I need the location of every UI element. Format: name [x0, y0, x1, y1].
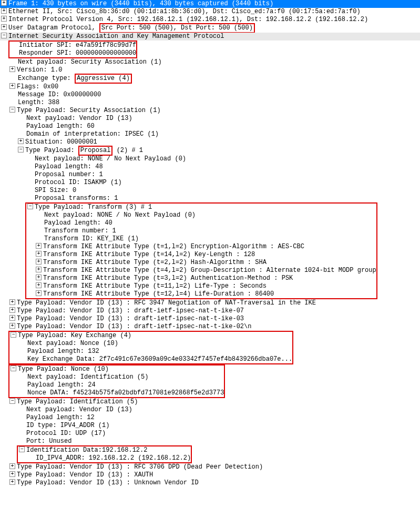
proposal-row[interactable]: −Type Payload: Proposal (2) # 1 [0, 146, 420, 155]
prop-trans-row[interactable]: Proposal transforms: 1 [0, 195, 420, 202]
id-addr-row[interactable]: ID_IPV4_ADDR: 192.168.12.2 (192.168.12.2… [18, 454, 191, 462]
sa-len-row[interactable]: Payload length: 60 [0, 123, 420, 130]
vid3-row[interactable]: +Type Payload: Vendor ID (13) : draft-ie… [0, 315, 420, 323]
expand-icon[interactable]: + [36, 275, 42, 280]
expand-icon[interactable]: + [36, 243, 42, 249]
prop-len-row[interactable]: Payload length: 48 [0, 163, 420, 171]
expand-icon[interactable]: + [9, 463, 15, 469]
transform-len-row[interactable]: Payload length: 40 [26, 219, 376, 227]
collapse-icon[interactable]: − [9, 107, 15, 113]
responder-spi-row[interactable]: Responder SPI: 0000000000000000 [9, 49, 136, 57]
transform-num-row[interactable]: Transform number: 1 [26, 227, 376, 235]
expand-icon[interactable]: + [1, 24, 7, 30]
nonce-next-row[interactable]: Next payload: Identification (5) [9, 373, 224, 381]
sa-next-row[interactable]: Next payload: Vendor ID (13) [0, 115, 420, 123]
transform-attr6-row[interactable]: +Transform IKE Attribute Type (t=11,l=2)… [26, 282, 376, 290]
collapse-icon[interactable]: − [27, 204, 33, 209]
collapse-icon[interactable]: − [11, 332, 16, 338]
id-port-row[interactable]: Port: Unused [0, 438, 420, 445]
expand-icon[interactable]: + [9, 299, 15, 305]
prop-spi-row[interactable]: SPI Size: 0 [0, 187, 420, 195]
expand-icon[interactable]: + [36, 259, 42, 265]
exchange-type-row[interactable]: Exchange type: Aggressive (4) [0, 74, 420, 83]
transform-num: Transform number: 1 [44, 227, 116, 235]
transform-attr5-row[interactable]: +Transform IKE Attribute Type (t=3,l=2) … [26, 275, 376, 282]
flags-row[interactable]: +Flags: 0x00 [0, 83, 420, 91]
collapse-icon[interactable]: − [9, 398, 15, 404]
vid7: Type Payload: Vendor ID (13) : Unknown V… [17, 479, 199, 486]
sa-situation-row[interactable]: +Situation: 00000001 [0, 138, 420, 146]
id-type-row[interactable]: ID type: IPV4_ADDR (1) [0, 422, 420, 430]
frame-title: Frame 1: 430 bytes on wire (3440 bits), … [8, 0, 273, 7]
id-len-row[interactable]: Payload length: 12 [0, 414, 420, 422]
udp-row[interactable]: +User Datagram Protocol, Src Port: 500 (… [0, 24, 420, 33]
expand-icon[interactable]: + [9, 471, 15, 477]
vid7-row[interactable]: +Type Payload: Vendor ID (13) : Unknown … [0, 479, 420, 487]
id-next-row[interactable]: Next payload: Vendor ID (13) [0, 406, 420, 414]
nonce-title-row[interactable]: −Type Payload: Nonce (10) [9, 365, 224, 373]
expand-icon[interactable]: + [36, 290, 42, 296]
expand-icon[interactable]: + [18, 138, 24, 144]
expand-icon[interactable]: + [36, 251, 42, 257]
expand-icon[interactable]: + [36, 282, 42, 288]
id-next: Next payload: Vendor ID (13) [26, 406, 132, 413]
id-proto-row[interactable]: Protocol ID: UDP (17) [0, 430, 420, 438]
expand-icon[interactable]: + [9, 83, 15, 89]
expand-icon[interactable]: + [9, 66, 15, 72]
vid5-row[interactable]: +Type Payload: Vendor ID (13) : RFC 3706… [0, 463, 420, 471]
expand-icon[interactable]: + [9, 479, 15, 485]
ke-next: Next payload: Nonce (10) [27, 340, 118, 347]
version-row[interactable]: +Version: 1.0 [0, 66, 420, 74]
vid2-row[interactable]: +Type Payload: Vendor ID (13) : draft-ie… [0, 307, 420, 315]
prop-next-row[interactable]: Next payload: NONE / No Next Payload (0) [0, 155, 420, 163]
id-title: Type Payload: Identification (5) [17, 398, 138, 405]
id-title-row[interactable]: −Type Payload: Identification (5) [0, 398, 420, 406]
transform-attr3-row[interactable]: +Transform IKE Attribute Type (t=2,l=2) … [26, 259, 376, 267]
initiator-spi-row[interactable]: Initiator SPI: e47a591f78c99d7f [9, 42, 136, 49]
msgid-row[interactable]: Message ID: 0x00000000 [0, 91, 420, 99]
id-len: Payload length: 12 [26, 414, 95, 421]
transform-attr6: Transform IKE Attribute Type (t=11,l=2) … [43, 282, 267, 290]
collapse-icon[interactable]: − [11, 365, 16, 371]
collapse-icon[interactable]: − [18, 147, 24, 153]
prop-trans: Proposal transforms: 1 [35, 195, 118, 202]
nonce-len-row[interactable]: Payload length: 24 [9, 381, 224, 389]
expand-icon[interactable]: + [9, 315, 15, 321]
ke-title-row[interactable]: −Type Payload: Key Exchange (4) [9, 332, 292, 340]
transform-attr2-row[interactable]: +Transform IKE Attribute Type (t=14,l=2)… [26, 251, 376, 259]
transform-attr2: Transform IKE Attribute Type (t=14,l=2) … [43, 251, 255, 258]
transform-id-row[interactable]: Transform ID: KEY_IKE (1) [26, 235, 376, 243]
frame-summary-row[interactable]: +Frame 1: 430 bytes on wire (3440 bits),… [0, 0, 420, 8]
expand-icon[interactable]: + [36, 267, 42, 272]
collapse-icon[interactable]: − [19, 446, 25, 452]
id-data-row[interactable]: −Identification Data:192.168.12.2 [18, 446, 191, 454]
expand-icon[interactable]: + [9, 307, 15, 313]
transform-attr1-row[interactable]: +Transform IKE Attribute Type (t=1,l=2) … [26, 243, 376, 251]
vid2: Type Payload: Vendor ID (13) : draft-iet… [17, 307, 244, 314]
expand-icon[interactable]: + [1, 8, 7, 14]
transform-next-row[interactable]: Next payload: NONE / No Next Payload (0) [26, 211, 376, 219]
collapse-icon[interactable]: − [1, 33, 7, 38]
sa-payload-row[interactable]: −Type Payload: Security Association (1) [0, 107, 420, 115]
sa-doi-row[interactable]: Domain of interpretation: IPSEC (1) [0, 130, 420, 138]
prop-proto-row[interactable]: Protocol ID: ISAKMP (1) [0, 179, 420, 187]
prop-num-row[interactable]: Proposal number: 1 [0, 171, 420, 179]
expand-icon[interactable]: + [1, 16, 7, 22]
transform-attr4-row[interactable]: +Transform IKE Attribute Type (t=4,l=2) … [26, 267, 376, 275]
transform-title-row[interactable]: −Type Payload: Transform (3) # 1 [26, 204, 376, 211]
nonce-data-row[interactable]: Nonce DATA: f45234b575fa02bdbfd717081e92… [9, 389, 224, 397]
vid1-row[interactable]: +Type Payload: Vendor ID (13) : RFC 3947… [0, 299, 420, 307]
isakmp-row[interactable]: −Internet Security Association and Key M… [0, 33, 420, 40]
vid4-row[interactable]: +Type Payload: Vendor ID (13) : draft-ie… [0, 323, 420, 331]
ethernet-row[interactable]: +Ethernet II, Src: Cisco_8b:36:d0 (00:1d… [0, 8, 420, 16]
vid6-row[interactable]: +Type Payload: Vendor ID (13) : XAUTH [0, 471, 420, 479]
isakmp-length-row[interactable]: Length: 388 [0, 99, 420, 107]
expand-icon[interactable]: + [9, 323, 15, 329]
transform-attr7-row[interactable]: +Transform IKE Attribute Type (t=12,l=4)… [26, 290, 376, 298]
ke-data-row[interactable]: Key Exchange Data: 2f7c491c67e3609a09c4e… [9, 355, 292, 363]
ip-row[interactable]: +Internet Protocol Version 4, Src: 192.1… [0, 16, 420, 24]
expand-icon[interactable]: + [1, 0, 7, 6]
ke-len-row[interactable]: Payload length: 132 [9, 348, 292, 355]
ke-next-row[interactable]: Next payload: Nonce (10) [9, 340, 292, 348]
next-payload-row[interactable]: Next payload: Security Association (1) [0, 58, 420, 66]
